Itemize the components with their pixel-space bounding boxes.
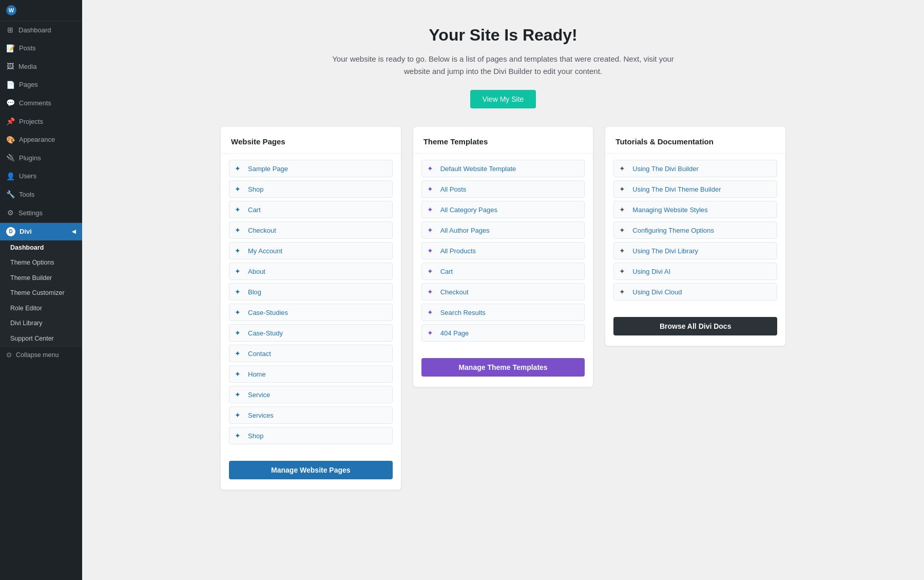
divi-sub-item-role-editor[interactable]: Role Editor [0, 301, 82, 316]
list-item-icon: ✦ [427, 205, 435, 214]
list-item[interactable]: ✦Search Results [421, 304, 585, 321]
list-item[interactable]: ✦About [229, 263, 393, 280]
sidebar-label-appearance: Appearance [19, 135, 55, 144]
list-item-label: Service [248, 391, 270, 399]
list-item[interactable]: ✦All Posts [421, 180, 585, 198]
list-item[interactable]: ✦Default Website Template [421, 160, 585, 177]
list-item-label: Checkout [440, 288, 469, 296]
list-item[interactable]: ✦All Products [421, 242, 585, 259]
divi-sub-item-theme-builder[interactable]: Theme Builder [0, 271, 82, 286]
page-title: Your Site Is Ready! [329, 26, 678, 45]
divi-header[interactable]: D Divi ◀ [0, 223, 82, 240]
manage-btn-tutorials-docs[interactable]: Browse All Divi Docs [613, 317, 777, 335]
divi-sub-label-dashboard: Dashboard [10, 244, 44, 253]
manage-btn-theme-templates[interactable]: Manage Theme Templates [421, 358, 585, 377]
sidebar-item-pages[interactable]: 📄Pages [0, 76, 82, 95]
list-item[interactable]: ✦Using The Divi Theme Builder [613, 180, 777, 198]
sidebar-label-pages: Pages [19, 80, 38, 89]
sidebar-item-comments[interactable]: 💬Comments [0, 94, 82, 113]
divi-sub-label-theme-builder: Theme Builder [10, 274, 52, 283]
list-item-label: Default Website Template [440, 165, 516, 173]
sidebar-item-media[interactable]: 🖼Media [0, 58, 82, 76]
list-item[interactable]: ✦Configuring Theme Options [613, 221, 777, 239]
sidebar-item-posts[interactable]: 📝Posts [0, 40, 82, 58]
column-header-tutorials-docs: Tutorials & Documentation [605, 127, 785, 154]
list-item[interactable]: ✦Case-Study [229, 324, 393, 342]
list-item[interactable]: ✦Case-Studies [229, 304, 393, 321]
posts-icon: 📝 [6, 44, 15, 54]
list-item[interactable]: ✦Shop [229, 427, 393, 444]
list-item-icon: ✦ [235, 288, 243, 296]
list-item-label: About [248, 268, 265, 275]
list-item[interactable]: ✦Services [229, 406, 393, 424]
list-item[interactable]: ✦Using Divi AI [613, 263, 777, 280]
list-item[interactable]: ✦Using The Divi Builder [613, 160, 777, 177]
list-item-label: Using Divi AI [632, 268, 670, 275]
divi-sub-label-divi-library: Divi Library [10, 319, 43, 328]
list-item[interactable]: ✦404 Page [421, 324, 585, 342]
sidebar-item-settings[interactable]: ⚙Settings [0, 204, 82, 222]
tools-icon: 🔧 [6, 190, 15, 200]
divi-sub-label-role-editor: Role Editor [10, 304, 42, 313]
projects-icon: 📌 [6, 117, 15, 127]
sidebar-logo[interactable]: W [0, 0, 82, 21]
list-item[interactable]: ✦Service [229, 386, 393, 403]
sidebar-item-plugins[interactable]: 🔌Plugins [0, 149, 82, 167]
sidebar-label-plugins: Plugins [19, 154, 41, 163]
list-item[interactable]: ✦Sample Page [229, 160, 393, 177]
list-item-label: Using The Divi Builder [632, 165, 698, 173]
users-icon: 👤 [6, 172, 15, 182]
list-item[interactable]: ✦My Account [229, 242, 393, 259]
list-item[interactable]: ✦Managing Website Styles [613, 201, 777, 218]
list-item-label: All Author Pages [440, 227, 490, 234]
list-item-label: Blog [248, 288, 261, 296]
sidebar-item-dashboard[interactable]: ⊞Dashboard [0, 21, 82, 40]
list-item-icon: ✦ [619, 267, 627, 275]
list-item-icon: ✦ [235, 185, 243, 193]
sidebar-nav: ⊞Dashboard📝Posts🖼Media📄Pages💬Comments📌Pr… [0, 21, 82, 580]
list-item-label: Shop [248, 432, 263, 440]
list-item[interactable]: ✦Blog [229, 283, 393, 301]
list-item-label: My Account [248, 247, 282, 255]
list-item-label: Search Results [440, 309, 486, 316]
list-item[interactable]: ✦Using The Divi Library [613, 242, 777, 259]
column-list-tutorials-docs: ✦Using The Divi Builder✦Using The Divi T… [605, 154, 785, 310]
list-item[interactable]: ✦Checkout [421, 283, 585, 301]
list-item[interactable]: ✦Cart [421, 263, 585, 280]
list-item-icon: ✦ [619, 247, 627, 255]
list-item-label: Using The Divi Library [632, 247, 698, 255]
list-item-icon: ✦ [235, 267, 243, 275]
list-item-icon: ✦ [235, 308, 243, 316]
list-item[interactable]: ✦Contact [229, 345, 393, 362]
list-item[interactable]: ✦Using Divi Cloud [613, 283, 777, 301]
list-item-label: Using Divi Cloud [632, 288, 682, 296]
list-item[interactable]: ✦Checkout [229, 221, 393, 239]
column-tutorials-docs: Tutorials & Documentation✦Using The Divi… [605, 127, 785, 346]
column-header-website-pages: Website Pages [221, 127, 401, 154]
dashboard-icon: ⊞ [6, 25, 14, 35]
sidebar-item-users[interactable]: 👤Users [0, 167, 82, 186]
divi-sub-item-theme-options[interactable]: Theme Options [0, 255, 82, 271]
manage-btn-website-pages[interactable]: Manage Website Pages [229, 461, 393, 479]
list-item[interactable]: ✦Home [229, 365, 393, 383]
sidebar-item-tools[interactable]: 🔧Tools [0, 185, 82, 204]
list-item-icon: ✦ [235, 349, 243, 358]
sidebar-label-comments: Comments [19, 99, 51, 108]
collapse-menu-item[interactable]: ⊙ Collapse menu [0, 346, 82, 363]
list-item[interactable]: ✦All Author Pages [421, 221, 585, 239]
divi-section: D Divi ◀ DashboardTheme OptionsTheme Bui… [0, 222, 82, 347]
list-item-icon: ✦ [619, 185, 627, 193]
sidebar-item-projects[interactable]: 📌Projects [0, 113, 82, 131]
list-item[interactable]: ✦Shop [229, 180, 393, 198]
list-item[interactable]: ✦All Category Pages [421, 201, 585, 218]
list-item[interactable]: ✦Cart [229, 201, 393, 218]
view-site-button[interactable]: View My Site [470, 90, 536, 108]
divi-sub-item-support-center[interactable]: Support Center [0, 331, 82, 347]
list-item-label: Configuring Theme Options [632, 227, 714, 234]
divi-sub-item-dashboard[interactable]: Dashboard [0, 240, 82, 256]
sidebar-label-projects: Projects [19, 117, 43, 126]
list-item-label: Contact [248, 350, 271, 358]
divi-sub-item-theme-customizer[interactable]: Theme Customizer [0, 286, 82, 301]
sidebar-item-appearance[interactable]: 🎨Appearance [0, 131, 82, 149]
divi-sub-item-divi-library[interactable]: Divi Library [0, 316, 82, 331]
